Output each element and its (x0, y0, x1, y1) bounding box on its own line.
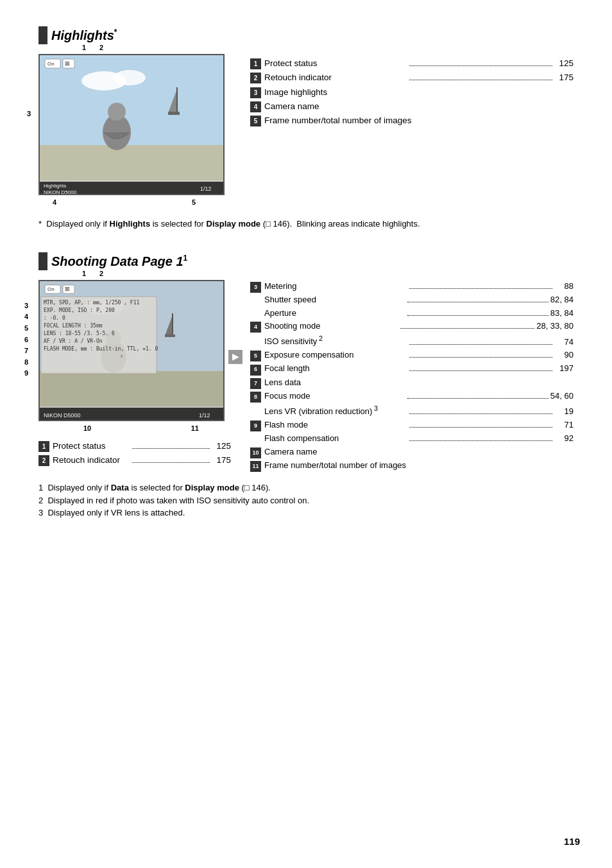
badge-r11: 11 (250, 461, 261, 472)
left-labels-shooting: 3 4 5 6 7 8 9 (24, 300, 28, 379)
shooting-data-section: Shooting Data Page 11 1 2 3 4 5 6 7 8 9 (38, 252, 574, 519)
shooting-right-item-9: 9 Flash mode 71 (250, 419, 574, 431)
svg-rect-21 (172, 313, 173, 336)
shooting-lcd: On ⊠ MTR, SPD, AP, : ⊠⊠, 1/250 , F11 EXP… (38, 280, 225, 421)
highlights-content: 1 2 3 (38, 54, 574, 209)
svg-text:1/12: 1/12 (199, 412, 210, 419)
svg-rect-6 (40, 145, 225, 180)
highlights-item-5: 5 Frame number/total number of images (250, 114, 574, 127)
label-11-shooting: 11 (191, 423, 199, 434)
label-2-shooting: 2 (99, 268, 103, 279)
label-10-shooting: 10 (83, 423, 91, 434)
label-5-highlights: 5 (192, 197, 196, 208)
shooting-right-item-aperture: Aperture 83, 84 (250, 307, 574, 320)
shooting-data-title: Shooting Data Page 11 (51, 252, 187, 271)
shooting-right-item-11: 11 Frame number/total number of images (250, 459, 574, 472)
svg-text:: -0. 0: : -0. 0 (44, 315, 65, 321)
svg-text:FOCAL LENGTH   : 35mm: FOCAL LENGTH : 35mm (44, 323, 103, 329)
label-1-shooting: 1 (82, 268, 86, 279)
label-2-highlights: 2 (99, 42, 103, 53)
svg-text:MTR, SPD, AP,  : ⊠⊠, 1/250  , : MTR, SPD, AP, : ⊠⊠, 1/250 , F11 (44, 300, 139, 306)
shooting-right-item-3: 3 Metering 88 (250, 280, 574, 293)
svg-text:Highlights: Highlights (44, 183, 66, 189)
svg-rect-23 (40, 371, 225, 406)
highlights-lcd: On ⊠ Highlights NIKON D5000 1/12 (38, 54, 225, 195)
svg-text:NIKON D5000: NIKON D5000 (44, 412, 81, 419)
highlights-item-3: 3 Image highlights (250, 86, 574, 99)
shooting-right-item-5: 5 Exposure compensation 90 (250, 349, 574, 361)
shooting-item-2: 2 Retouch indicator 175 (38, 454, 231, 467)
label-1-highlights: 1 (82, 42, 86, 53)
shooting-right-item-7: 7 Lens data (250, 376, 574, 389)
shooting-right-item-vr: Lens VR (vibration reduction) 3 19 (250, 403, 574, 418)
svg-text:NIKON D5000: NIKON D5000 (44, 189, 77, 195)
badge-r7: 7 (250, 378, 261, 389)
svg-point-2 (114, 70, 146, 85)
label-3-highlights: 3 (27, 108, 31, 119)
shooting-right-item-flash-comp: Flash compensation 92 (250, 432, 574, 445)
heading-bar-icon-2 (38, 252, 47, 270)
badge-r6: 6 (250, 365, 261, 376)
svg-text:On: On (47, 61, 55, 67)
shooting-item-1: 1 Protect status 125 (38, 440, 231, 453)
label-4-highlights: 4 (53, 197, 56, 208)
badge-r8: 8 (250, 392, 261, 403)
svg-text:⊠: ⊠ (65, 286, 70, 292)
shooting-right-item-iso: ISO sensitivity 2 74 (250, 333, 574, 348)
svg-text:⚡: ⚡ (120, 353, 123, 360)
page-number: 119 (564, 835, 580, 849)
footnote-2: 2 Displayed in red if photo was taken wi… (38, 494, 574, 507)
shooting-right-item-6: 6 Focal length 197 (250, 362, 574, 375)
shooting-scene-svg: On ⊠ MTR, SPD, AP, : ⊠⊠, 1/250 , F11 EXP… (40, 281, 225, 421)
svg-point-8 (108, 103, 126, 121)
svg-text:EXP. MODE, ISO  : P, 200: EXP. MODE, ISO : P, 200 (44, 308, 115, 313)
svg-text:1/12: 1/12 (200, 186, 212, 192)
footnote-3: 3 Displayed only if VR lens is attached. (38, 507, 574, 519)
shooting-right-item-10: 10 Camera name (250, 446, 574, 458)
badge-r3: 3 (250, 282, 261, 293)
highlights-section: Highlights* 1 2 3 (38, 26, 574, 231)
highlights-footnote: * Displayed only if Highlights is select… (38, 218, 574, 231)
badge-r9: 9 (250, 421, 261, 431)
shooting-data-lcd-panel: 1 2 3 4 5 6 7 8 9 (38, 280, 231, 473)
svg-rect-22 (165, 334, 175, 337)
shooting-data-content: 1 2 3 4 5 6 7 8 9 (38, 280, 574, 473)
badge-r5: 5 (250, 351, 261, 361)
svg-text:LENS           : 18-55  /3. 5-: LENS : 18-55 /3. 5-5. 6 (44, 331, 115, 336)
shooting-data-heading: Shooting Data Page 11 (38, 252, 574, 271)
highlights-heading: Highlights* (38, 26, 574, 45)
shooting-right-item-shutter: Shutter speed 82, 84 (250, 293, 574, 306)
svg-rect-4 (176, 87, 178, 113)
nav-arrow-icon[interactable]: ▶ (228, 350, 242, 364)
badge-2: 2 (250, 73, 261, 83)
svg-text:On: On (47, 286, 55, 292)
badge-r10: 10 (250, 447, 261, 458)
shooting-footnotes: 1 Displayed only if Data is selected for… (38, 482, 574, 519)
svg-rect-0 (40, 55, 225, 145)
badge-4: 4 (250, 101, 261, 112)
badge-3: 3 (250, 87, 261, 98)
svg-text:FLASH MODE, ⊠⊠ : Built-in, TTL: FLASH MODE, ⊠⊠ : Built-in, TTL, +1. 0 (44, 346, 158, 352)
highlights-scene-svg: On ⊠ Highlights NIKON D5000 1/12 (40, 55, 225, 195)
badge-s2: 2 (38, 455, 49, 466)
badge-5: 5 (250, 116, 261, 126)
highlights-item-2: 2 Retouch indicator 175 (250, 71, 574, 84)
highlights-items-list: 1 Protect status 125 2 Retouch indicator… (250, 54, 574, 209)
shooting-data-items-right: 3 Metering 88 Shutter speed 82, 84 Apert… (250, 280, 574, 473)
footnote-1: 1 Displayed only if Data is selected for… (38, 482, 574, 494)
shooting-right-item-8: 8 Focus mode 54, 60 (250, 390, 574, 403)
heading-bar-icon (38, 26, 47, 44)
badge-1: 1 (250, 58, 261, 69)
badge-s1: 1 (38, 441, 49, 452)
shooting-bottom-items: 1 Protect status 125 2 Retouch indicator… (38, 440, 231, 467)
svg-text:⊠: ⊠ (65, 60, 70, 67)
shooting-right-item-4: 4 Shooting mode 28, 33, 80 (250, 320, 574, 333)
svg-rect-5 (168, 112, 180, 115)
highlights-lcd-panel: 1 2 3 (38, 54, 231, 209)
highlights-item-1: 1 Protect status 125 (250, 57, 574, 70)
highlights-item-4: 4 Camera name (250, 100, 574, 113)
svg-text:AF / VR        : A /  VR-On: AF / VR : A / VR-On (44, 338, 103, 344)
badge-r4: 4 (250, 322, 261, 333)
